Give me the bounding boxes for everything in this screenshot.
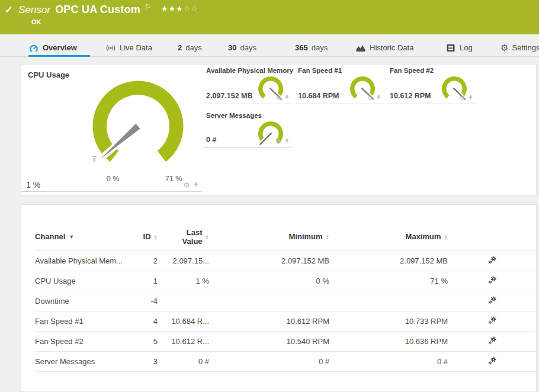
- table-row: Downtime-4: [35, 291, 536, 311]
- cell-channel: CPU Usage: [35, 277, 125, 285]
- gauge-scale-min: 0 %: [100, 175, 126, 183]
- tab-live-data[interactable]: Live Data: [105, 43, 152, 52]
- column-label: Minimum: [289, 232, 323, 241]
- star-filled-icon[interactable]: ★: [168, 4, 176, 13]
- sensor-name: OPC UA Custom: [55, 4, 140, 16]
- cell-minimum: 0 %: [209, 277, 329, 285]
- pin-icon[interactable]: [376, 95, 381, 101]
- tab-2-days[interactable]: 2days: [178, 43, 202, 52]
- column-header-channel[interactable]: Channel▼: [35, 232, 125, 241]
- gauges-section: CPU Usagex0 %71 %1 %⚙Available Physical …: [21, 64, 537, 195]
- star-empty-icon[interactable]: ☆: [191, 4, 198, 13]
- tab-label: days: [240, 43, 256, 52]
- channel-settings-icon[interactable]: [487, 316, 497, 325]
- gear-icon[interactable]: ⚙: [183, 181, 190, 189]
- chart-icon: [355, 44, 366, 52]
- channel-settings-icon[interactable]: [487, 295, 497, 305]
- pin-icon[interactable]: [193, 182, 199, 189]
- cell-last-value: 10.684 R...: [158, 317, 209, 326]
- cell-id: 3: [125, 357, 158, 366]
- cell-id: 1: [125, 277, 158, 285]
- gauge-icon: [28, 44, 39, 52]
- cell-id: 5: [125, 337, 158, 346]
- table-row: Fan Speed #2510.612 R...10.540 RPM10.636…: [35, 331, 536, 351]
- gauge-value: 10.612 RPM: [390, 92, 431, 100]
- gear-icon[interactable]: ⚙: [275, 139, 281, 145]
- gauge-actions: ⚙: [459, 95, 473, 101]
- tab-overview[interactable]: Overview: [28, 43, 77, 52]
- gear-icon[interactable]: ⚙: [275, 95, 281, 101]
- tab-30-days[interactable]: 30days: [228, 43, 256, 52]
- gauge-value: 2.097.152 MB: [206, 92, 253, 100]
- cell-maximum: 10.733 RPM: [329, 317, 448, 326]
- tab-label: Live Data: [120, 43, 152, 52]
- tab-historic-data[interactable]: Historic Data: [355, 43, 413, 52]
- cell-actions: [448, 356, 536, 367]
- cpu-gauge-dial: x: [76, 74, 200, 179]
- channel-settings-icon[interactable]: [487, 336, 497, 345]
- cell-channel: Fan Speed #2: [35, 337, 125, 346]
- gauge-title: Fan Speed #1: [298, 67, 342, 74]
- star-filled-icon[interactable]: ★: [176, 4, 184, 13]
- gauge-panel-fan-speed-2: Fan Speed #210.612 RPM⚙: [387, 65, 475, 104]
- sort-desc-caret-icon: ▼: [69, 234, 74, 240]
- tab-label: days: [185, 43, 201, 52]
- cell-channel: Downtime: [35, 297, 125, 306]
- gear-icon[interactable]: ⚙: [459, 95, 465, 101]
- cpu-usage-panel: CPU Usagex0 %71 %1 %⚙: [21, 65, 202, 192]
- tab-365-days[interactable]: 365days: [295, 43, 328, 52]
- gauge-panel-fan-speed-1: Fan Speed #110.684 RPM⚙: [295, 65, 383, 104]
- tab-label: Historic Data: [370, 43, 413, 52]
- channel-settings-icon[interactable]: [487, 275, 497, 285]
- star-empty-icon[interactable]: ☆: [184, 4, 191, 13]
- table-row: CPU Usage11 %0 %71 %: [35, 271, 536, 291]
- column-label: ID: [143, 232, 151, 241]
- table-row: Fan Speed #1410.684 R...10.612 RPM10.733…: [35, 311, 536, 331]
- status-ok-check-icon: ✓: [5, 4, 13, 16]
- cell-channel: Fan Speed #1: [35, 317, 125, 326]
- cell-maximum: 10.636 RPM: [329, 337, 448, 346]
- channel-settings-icon[interactable]: [487, 255, 497, 265]
- cell-id: -4: [125, 297, 158, 306]
- channel-settings-icon[interactable]: [487, 356, 497, 365]
- gauge-value: 0 #: [206, 136, 216, 144]
- column-header-id[interactable]: ID▲▼: [125, 232, 158, 241]
- log-icon: [445, 44, 456, 52]
- gauge-value: 10.684 RPM: [298, 92, 339, 100]
- star-filled-icon[interactable]: ★: [161, 4, 169, 13]
- tab-label: Log: [460, 43, 473, 52]
- tab-label: Overview: [43, 43, 77, 52]
- tab-label: Settings: [512, 43, 539, 52]
- tab-bar: OverviewLive Data2days30days365daysHisto…: [0, 34, 539, 57]
- pin-icon[interactable]: [284, 95, 290, 101]
- star-rating[interactable]: ★★★☆☆: [161, 4, 198, 13]
- gauge-dial: [253, 117, 288, 151]
- tab-log[interactable]: Log: [445, 43, 473, 52]
- pin-icon[interactable]: [284, 139, 290, 145]
- table-row: Available Physical Mem...22.097.15...2.0…: [35, 250, 536, 271]
- pin-icon[interactable]: [468, 95, 473, 101]
- cell-actions: [448, 275, 536, 287]
- gauge-actions: ⚙: [367, 95, 381, 101]
- average-marker: x: [93, 156, 96, 163]
- tab-label: days: [312, 43, 328, 52]
- cell-last-value: 10.612 R...: [158, 337, 209, 346]
- gauge-title: Fan Speed #2: [390, 67, 434, 74]
- sort-icon: ▲▼: [444, 234, 448, 240]
- cell-actions: [448, 255, 536, 266]
- cell-actions: [448, 295, 536, 307]
- column-label: Channel: [35, 232, 65, 241]
- column-header-last-value[interactable]: LastValue▲▼: [158, 228, 209, 246]
- flag-icon: ⚐: [145, 2, 152, 11]
- column-header-minimum[interactable]: Minimum▲▼: [209, 232, 329, 241]
- sensor-status: OK: [31, 18, 41, 25]
- tab-settings[interactable]: ⚙Settings: [500, 43, 539, 52]
- cell-actions: [448, 316, 536, 327]
- channel-table-card: Channel▼ID▲▼LastValue▲▼Minimum▲▼Maximum▲…: [21, 204, 537, 392]
- column-header-maximum[interactable]: Maximum▲▼: [329, 232, 448, 241]
- table-bottom-border: [35, 371, 536, 372]
- sensor-header: ✓ Sensor OPC UA Custom ⚐ ★★★☆☆ OK: [0, 0, 539, 34]
- gear-icon[interactable]: ⚙: [367, 95, 373, 101]
- gauge-actions: ⚙: [183, 181, 199, 189]
- gauge-value: 1 %: [26, 180, 40, 189]
